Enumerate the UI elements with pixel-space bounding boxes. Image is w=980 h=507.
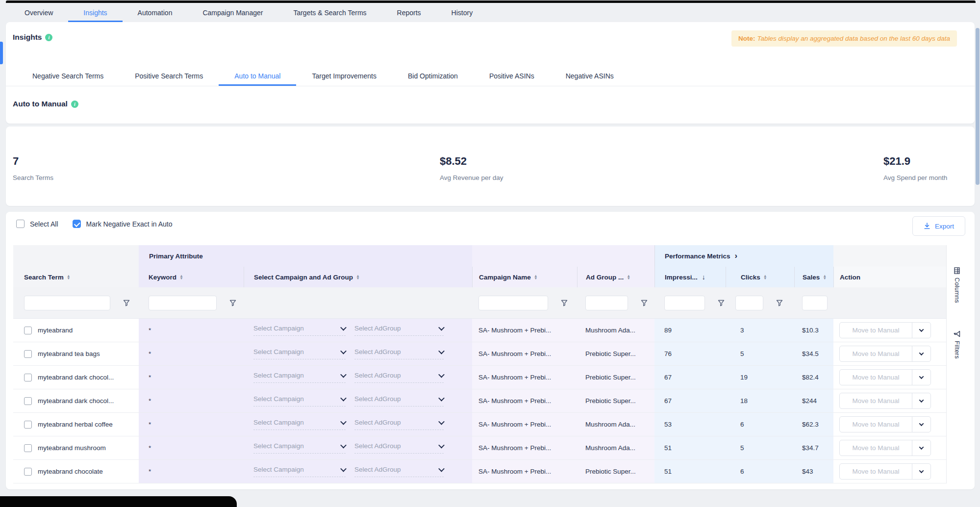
- sales-filter-input[interactable]: [802, 296, 828, 310]
- filters-panel-toggle[interactable]: Filters: [954, 330, 960, 359]
- tab-history[interactable]: History: [436, 3, 488, 22]
- row-checkbox[interactable]: [24, 468, 32, 476]
- move-to-manual-button[interactable]: Move to Manual: [839, 416, 931, 432]
- row-checkbox[interactable]: [24, 350, 32, 358]
- clicks-filter-input[interactable]: [735, 296, 763, 310]
- filter-funnel-icon[interactable]: [718, 300, 725, 306]
- move-to-manual-button[interactable]: Move to Manual: [839, 322, 931, 338]
- select-adgroup-dropdown[interactable]: Select AdGroup: [354, 372, 444, 383]
- group-performance-metrics[interactable]: Performance Metrics ›: [654, 245, 833, 267]
- columns-panel-toggle[interactable]: Columns: [954, 267, 960, 303]
- sort-icon[interactable]: ▴▾: [180, 275, 182, 279]
- page-title-text: Insights: [13, 33, 42, 42]
- move-to-manual-button[interactable]: Move to Manual: [839, 369, 931, 385]
- action-dropdown-caret[interactable]: [912, 370, 930, 385]
- chevron-down-icon: [438, 466, 445, 472]
- mark-negative-checkbox[interactable]: [73, 220, 81, 228]
- action-dropdown-caret[interactable]: [912, 417, 930, 432]
- note-badge: Note:Tables display an aggregated data b…: [731, 30, 957, 47]
- subtab-bid-optimization[interactable]: Bid Optimization: [392, 66, 474, 86]
- filter-funnel-icon[interactable]: [641, 300, 648, 306]
- export-button[interactable]: Export: [912, 216, 965, 236]
- select-adgroup-dropdown[interactable]: Select AdGroup: [354, 419, 444, 430]
- select-campaign-dropdown[interactable]: Select Campaign: [253, 325, 346, 336]
- impressions-value: 53: [664, 421, 672, 428]
- sort-icon[interactable]: ▴▾: [535, 275, 537, 279]
- subtab-positive-asins[interactable]: Positive ASINs: [474, 66, 550, 86]
- select-all-checkbox[interactable]: [16, 220, 25, 228]
- filter-funnel-icon[interactable]: [561, 300, 568, 306]
- select-campaign-dropdown[interactable]: Select Campaign: [253, 419, 346, 430]
- keyword-value: *: [149, 350, 151, 357]
- select-campaign-dropdown[interactable]: Select Campaign: [253, 372, 346, 383]
- action-dropdown-caret[interactable]: [912, 346, 930, 361]
- move-to-manual-button[interactable]: Move to Manual: [839, 393, 931, 409]
- search-term-filter-input[interactable]: [24, 296, 110, 310]
- action-dropdown-caret[interactable]: [912, 464, 930, 479]
- sort-icon[interactable]: ▴▾: [357, 275, 359, 279]
- select-adgroup-dropdown[interactable]: Select AdGroup: [354, 442, 444, 454]
- tab-campaign-manager[interactable]: Campaign Manager: [187, 3, 278, 22]
- chevron-down-icon: [919, 327, 924, 332]
- subtab-negative-asins[interactable]: Negative ASINs: [550, 66, 629, 86]
- select-campaign-dropdown[interactable]: Select Campaign: [253, 348, 346, 359]
- action-dropdown-caret[interactable]: [912, 323, 930, 338]
- row-checkbox[interactable]: [24, 327, 32, 334]
- impressions-filter-input[interactable]: [664, 296, 705, 310]
- subtab-auto-to-manual[interactable]: Auto to Manual: [219, 66, 296, 86]
- select-campaign-dropdown[interactable]: Select Campaign: [253, 395, 346, 406]
- action-dropdown-caret[interactable]: [912, 440, 930, 456]
- sort-desc-icon[interactable]: ↓: [702, 273, 705, 281]
- sort-icon[interactable]: ▴▾: [628, 275, 629, 279]
- columns-grid-icon: [954, 267, 960, 274]
- select-adgroup-dropdown[interactable]: Select AdGroup: [354, 348, 444, 359]
- tab-automation[interactable]: Automation: [123, 3, 188, 22]
- filter-funnel-icon[interactable]: [229, 300, 236, 306]
- select-all-label: Select All: [30, 220, 58, 228]
- row-checkbox[interactable]: [24, 421, 32, 429]
- stats-card: 7 Search Terms $8.52 Avg Revenue per day…: [6, 127, 975, 206]
- filter-funnel-icon[interactable]: [776, 300, 783, 306]
- select-adgroup-dropdown[interactable]: Select AdGroup: [354, 325, 444, 336]
- tab-reports[interactable]: Reports: [382, 3, 436, 22]
- filter-funnel-icon: [954, 330, 960, 337]
- select-adgroup-dropdown[interactable]: Select AdGroup: [354, 466, 444, 477]
- sort-icon[interactable]: ▴▾: [764, 275, 766, 279]
- campaign-name-value: SA- Mushroom + Prebi...: [478, 397, 551, 405]
- campaign-name-value: SA- Mushroom + Prebi...: [478, 468, 551, 475]
- tab-targets-search-terms[interactable]: Targets & Search Terms: [278, 3, 381, 22]
- row-checkbox[interactable]: [24, 374, 32, 381]
- info-icon[interactable]: i: [71, 101, 78, 108]
- ad-group-filter-input[interactable]: [585, 296, 628, 310]
- move-to-manual-button[interactable]: Move to Manual: [839, 463, 931, 480]
- campaign-name-value: SA- Mushroom + Prebi...: [478, 444, 551, 452]
- stat-value: $8.52: [440, 155, 503, 168]
- subtab-target-improvements[interactable]: Target Improvements: [296, 66, 392, 86]
- tab-insights[interactable]: Insights: [68, 3, 122, 22]
- select-campaign-dropdown[interactable]: Select Campaign: [253, 442, 346, 454]
- campaign-name-filter-input[interactable]: [478, 296, 548, 310]
- move-to-manual-button[interactable]: Move to Manual: [839, 346, 931, 362]
- row-checkbox[interactable]: [24, 397, 32, 405]
- filter-funnel-icon[interactable]: [123, 300, 130, 306]
- impressions-value: 51: [664, 468, 672, 475]
- select-campaign-dropdown[interactable]: Select Campaign: [253, 466, 346, 477]
- keyword-value: *: [149, 468, 151, 475]
- table-side-rail: Columns Filters: [946, 245, 967, 483]
- row-checkbox[interactable]: [24, 444, 32, 452]
- action-dropdown-caret[interactable]: [912, 393, 930, 408]
- subtab-negative-search-terms[interactable]: Negative Search Terms: [17, 66, 119, 86]
- move-to-manual-button[interactable]: Move to Manual: [839, 440, 931, 456]
- page-scrollbar-thumb[interactable]: [976, 28, 980, 185]
- tab-overview[interactable]: Overview: [9, 3, 68, 22]
- subtab-positive-search-terms[interactable]: Positive Search Terms: [119, 66, 219, 86]
- main-tabbar: Overview Insights Automation Campaign Ma…: [6, 3, 980, 22]
- info-icon[interactable]: i: [45, 34, 52, 41]
- sort-icon[interactable]: ▴▾: [68, 275, 70, 279]
- table-row: myteabrand herbal coffee * Select Campai…: [13, 413, 946, 436]
- select-adgroup-dropdown[interactable]: Select AdGroup: [354, 395, 444, 406]
- ad-group-value: Prebiotic Super...: [585, 350, 636, 357]
- chevron-down-icon: [340, 372, 347, 378]
- keyword-filter-input[interactable]: [149, 296, 217, 310]
- sort-icon[interactable]: ▴▾: [824, 275, 826, 279]
